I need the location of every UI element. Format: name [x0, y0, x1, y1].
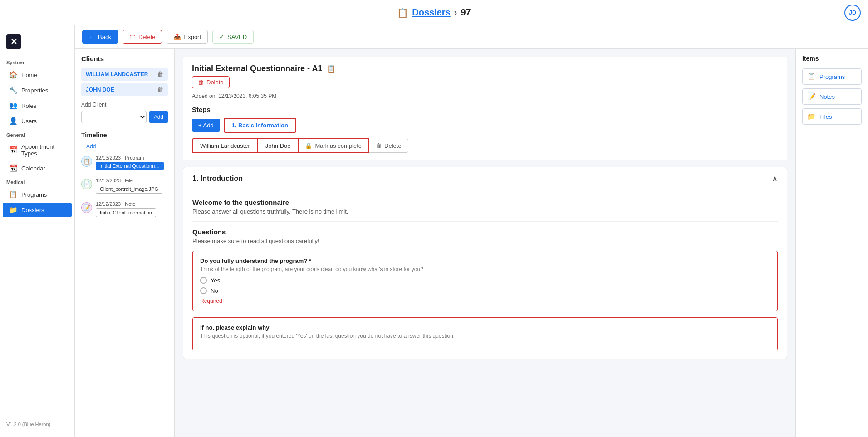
timeline-chip[interactable]: Client_portrait_image.JPG — [96, 185, 162, 194]
questionnaire-delete-button[interactable]: 🗑 Delete — [192, 76, 230, 88]
sidebar-item-label: Home — [21, 72, 37, 78]
sidebar-version: V1.2.0 (Blue Heron) — [0, 417, 74, 432]
sidebar: ✕ System 🏠 Home 🔧 Properties 👥 Roles 👤 U… — [0, 25, 75, 437]
steps-row: + Add 1. Basic Information — [192, 118, 778, 133]
top-bar: 📋 Dossiers › 97 JD — [0, 0, 868, 25]
questions-title: Questions — [192, 228, 778, 236]
questions-description: Please make sure to read all questions c… — [192, 238, 778, 244]
copy-icon[interactable]: 📋 — [327, 64, 336, 73]
programs-icon: 📋 — [9, 190, 18, 199]
timeline-item: 📄 12/12/2023 · File Client_portrait_imag… — [81, 178, 168, 195]
radio-circle-no — [200, 287, 207, 294]
app-container: 📋 Dossiers › 97 JD ✕ System 🏠 Home 🔧 Pro… — [0, 0, 868, 437]
step-tab-basic-info[interactable]: 1. Basic Information — [224, 118, 296, 133]
section-body: Welcome to the questionnaire Please answ… — [183, 190, 787, 359]
add-client-select[interactable] — [81, 111, 147, 123]
lock-icon: 🔒 — [305, 142, 312, 149]
files-item-button[interactable]: 📁 Files — [802, 108, 862, 125]
system-section-label: System — [0, 56, 74, 67]
clients-panel: Clients WILLIAM LANDCASTER 🗑 JOHN DOE 🗑 … — [75, 49, 175, 437]
right-panel: Items 📋 Programs 📝 Notes 📁 Files — [795, 49, 868, 437]
timeline-content: 12/12/2023 · Note Initial Client Informa… — [96, 201, 168, 218]
sidebar-item-programs[interactable]: 📋 Programs — [3, 187, 72, 202]
medical-section-label: Medical — [0, 176, 74, 187]
home-icon: 🏠 — [9, 71, 18, 79]
notes-item-icon: 📝 — [807, 92, 816, 101]
question-text-2: If no, please explain why — [200, 324, 770, 331]
main-layout: ✕ System 🏠 Home 🔧 Properties 👥 Roles 👤 U… — [0, 25, 868, 437]
timeline-chip[interactable]: Initial Client Information — [96, 208, 156, 217]
calendar-icon: 📆 — [9, 164, 18, 172]
remove-client-icon[interactable]: 🗑 — [157, 71, 163, 78]
question-hint-1: Think of the length of the program, are … — [200, 266, 770, 272]
sidebar-item-roles[interactable]: 👥 Roles — [3, 98, 72, 113]
avatar-button[interactable]: JD — [844, 5, 861, 21]
note-timeline-icon: 📝 — [81, 202, 92, 213]
delete-button[interactable]: 🗑 Delete — [123, 30, 162, 44]
radio-label-no: No — [211, 287, 218, 294]
sidebar-item-users[interactable]: 👤 Users — [3, 114, 72, 128]
add-client-row: Add — [81, 111, 168, 123]
questionnaire-title: Initial External Questionnaire - A1 — [192, 64, 322, 73]
radio-label-yes: Yes — [211, 277, 220, 284]
client-button-john[interactable]: John Doe — [258, 138, 299, 153]
required-label: Required — [200, 298, 770, 304]
programs-item-button[interactable]: 📋 Programs — [802, 68, 862, 85]
properties-icon: 🔧 — [9, 86, 18, 94]
delete-step-button[interactable]: 🗑 Delete — [369, 139, 408, 153]
timeline-item: 📋 12/13/2023 · Program Initial External … — [81, 155, 168, 171]
export-label: Export — [184, 34, 201, 40]
sidebar-item-label: Roles — [21, 102, 36, 109]
file-timeline-icon: 📄 — [81, 179, 92, 189]
section-header: 1. Introduction ∧ — [183, 167, 787, 190]
appointment-types-icon: 📅 — [9, 146, 18, 154]
saved-indicator: ✓ SAVED — [212, 30, 254, 44]
delete-label: Delete — [138, 34, 156, 40]
sidebar-item-label: Dossiers — [21, 207, 44, 214]
clients-title: Clients — [81, 55, 168, 63]
sidebar-item-dossiers[interactable]: 📁 Dossiers — [3, 203, 72, 217]
notes-item-button[interactable]: 📝 Notes — [802, 88, 862, 105]
radio-option-no[interactable]: No — [200, 287, 770, 294]
timeline-date: 12/12/2023 · Note — [96, 201, 168, 207]
intro-title: Welcome to the questionnaire — [192, 199, 778, 206]
radio-option-yes[interactable]: Yes — [200, 277, 770, 284]
timeline-section: Timeline + Add 📋 12/13/2023 · Program — [81, 131, 168, 218]
check-icon: ✓ — [219, 33, 225, 40]
questionnaire-header: Initial External Questionnaire - A1 📋 🗑 … — [183, 57, 787, 160]
back-label: Back — [98, 34, 111, 40]
sidebar-logo: ✕ — [0, 31, 74, 56]
mark-complete-button[interactable]: 🔒 Mark as complete — [299, 138, 369, 153]
logo-icon: ✕ — [6, 34, 21, 49]
add-client-button[interactable]: Add — [149, 111, 168, 123]
client-button-william[interactable]: William Landcaster — [192, 138, 258, 153]
client-chip-john: JOHN DOE 🗑 — [81, 83, 168, 96]
content-area: ← Back 🗑 Delete 📤 Export ✓ SAVED — [75, 25, 868, 437]
programs-item-icon: 📋 — [807, 73, 816, 81]
sidebar-item-label: Appointment Types — [21, 143, 65, 157]
question-box-2: If no, please explain why This question … — [192, 317, 778, 350]
saved-label: SAVED — [227, 34, 247, 40]
intro-description: Please answer all questions truthfully. … — [192, 208, 778, 215]
question-hint-2: This question is optional, if you entere… — [200, 333, 770, 339]
timeline-chip[interactable]: Initial External Questionnaire - A — [96, 162, 164, 170]
sidebar-item-appointment-types[interactable]: 📅 Appointment Types — [3, 140, 72, 160]
back-button[interactable]: ← Back — [82, 30, 118, 44]
timeline-add-button[interactable]: + Add — [81, 143, 168, 150]
timeline-item: 📝 12/12/2023 · Note Initial Client Infor… — [81, 201, 168, 218]
dossiers-link[interactable]: Dossiers — [412, 7, 451, 18]
sidebar-item-home[interactable]: 🏠 Home — [3, 68, 72, 82]
section-divider — [192, 221, 778, 222]
client-name: WILLIAM LANDCASTER — [86, 71, 148, 78]
collapse-icon[interactable]: ∧ — [772, 174, 778, 184]
timeline-date: 12/13/2023 · Program — [96, 155, 168, 160]
add-step-button[interactable]: + Add — [192, 119, 220, 132]
sidebar-item-label: Users — [21, 118, 37, 125]
sidebar-item-label: Programs — [21, 191, 47, 198]
sidebar-item-properties[interactable]: 🔧 Properties — [3, 83, 72, 97]
export-button[interactable]: 📤 Export — [167, 30, 208, 44]
content-split: Clients WILLIAM LANDCASTER 🗑 JOHN DOE 🗑 … — [75, 49, 868, 437]
intro-block: Welcome to the questionnaire Please answ… — [192, 199, 778, 215]
sidebar-item-calendar[interactable]: 📆 Calendar — [3, 161, 72, 175]
remove-client-icon[interactable]: 🗑 — [157, 86, 163, 93]
